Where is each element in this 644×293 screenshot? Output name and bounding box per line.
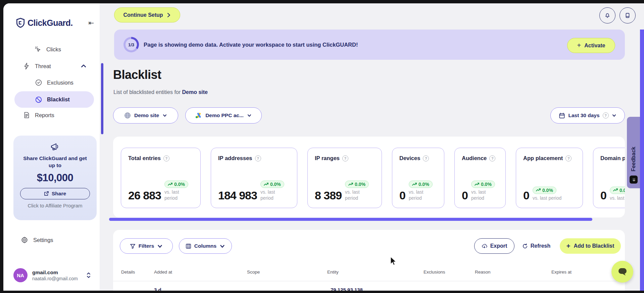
chevron-down-icon — [247, 113, 252, 118]
column-header-reason[interactable]: Reason — [475, 270, 491, 275]
add-to-blacklist-label: Add to Blacklist — [574, 243, 614, 249]
sidebar-item-reports[interactable]: Reports — [23, 108, 87, 122]
chevron-up-icon[interactable] — [81, 63, 87, 69]
trend-up-icon — [348, 183, 353, 186]
ppc-selector-value: Demo PPC ac... — [205, 112, 244, 118]
column-header-expires-at[interactable]: Expires at — [551, 270, 572, 275]
app-window: ClickGuard. ⇤ Clicks Threat Exclusions — [3, 3, 644, 291]
stat-card-ip-ranges: IP ranges? 8 389 0.0% vs. last period — [307, 148, 382, 208]
feedback-tab[interactable]: Feedback — [627, 117, 640, 188]
calendar-icon — [559, 112, 565, 119]
column-header-scope[interactable]: Scope — [247, 270, 260, 275]
cursor-click-icon — [34, 46, 42, 53]
sidebar-item-label: Threat — [35, 63, 51, 69]
table-row-entity: 79.125.93.138 — [331, 287, 363, 291]
stat-change: 0.0% — [174, 182, 185, 187]
activate-button[interactable]: + Activate — [567, 38, 615, 53]
stat-card-ip-addresses: IP addresses? 184 983 0.0% vs. last peri… — [211, 148, 297, 208]
help-icon[interactable]: ? — [565, 155, 572, 161]
account-switcher[interactable]: NA gmail.com naatali.ro@gmail.com — [13, 268, 94, 283]
filters-button[interactable]: Filters — [120, 238, 173, 254]
help-icon[interactable]: ? — [489, 155, 495, 161]
continue-setup-label: Continue Setup — [123, 12, 163, 18]
stat-value: 184 983 — [218, 190, 257, 201]
badge-check-icon — [35, 79, 42, 86]
feedback-widget-icon — [630, 176, 638, 184]
columns-label: Columns — [194, 243, 216, 249]
stat-value: 0 — [462, 190, 468, 201]
help-icon[interactable]: ? — [342, 155, 348, 161]
stat-caption: vs. last period — [471, 189, 492, 201]
sidebar-item-blacklist[interactable]: Blacklist — [14, 91, 94, 108]
export-label: Export — [490, 243, 507, 249]
column-header-details[interactable]: Details — [121, 270, 135, 275]
refresh-label: Refresh — [531, 243, 551, 249]
globe-icon — [124, 112, 131, 119]
stat-card-domain-placement: Domain placement? 0 0.0% vs. last period — [593, 148, 625, 208]
site-selector[interactable]: Demo site — [113, 107, 178, 124]
help-icon[interactable]: ? — [255, 155, 261, 161]
activate-label: Activate — [584, 43, 605, 49]
demo-data-banner: 1/3 Page is showing demo data. Activate … — [114, 30, 625, 60]
add-to-blacklist-button[interactable]: + Add to Blacklist — [560, 238, 621, 254]
date-range-selector[interactable]: Last 30 days ? — [550, 107, 625, 124]
notifications-button[interactable] — [599, 7, 615, 23]
trend-up-icon — [412, 183, 417, 186]
continue-setup-button[interactable]: Continue Setup — [114, 7, 180, 22]
refresh-button[interactable]: Refresh — [519, 238, 553, 254]
sidebar-collapse-icon[interactable]: ⇤ — [87, 18, 96, 28]
main-content: Continue Setup 1/3 Page is showing demo … — [100, 3, 644, 291]
column-header-entity[interactable]: Entity — [327, 270, 339, 275]
stat-card-audience: Audience? 0 0.0% vs. last period — [454, 148, 506, 208]
subtitle-site: Demo site — [182, 89, 208, 95]
column-header-exclusions[interactable]: Exclusions — [424, 270, 445, 275]
docs-button[interactable] — [620, 7, 636, 23]
chevron-down-icon — [219, 243, 225, 249]
page-subtitle: List of blacklisted entities for Demo si… — [113, 89, 208, 95]
stat-caption: vs. last period — [533, 195, 561, 201]
stat-card-total-entries: Total entries? 26 883 0.0% vs. last peri… — [121, 148, 201, 208]
stat-caption: vs. last period — [345, 189, 366, 201]
table-header-divider — [113, 281, 625, 281]
chat-launcher-button[interactable] — [611, 261, 633, 283]
sidebar-item-exclusions[interactable]: Exclusions — [35, 76, 92, 90]
stat-value: 0 — [600, 190, 606, 201]
filter-funnel-icon — [130, 243, 136, 249]
export-button[interactable]: Export — [474, 238, 514, 254]
affiliate-promo-card[interactable]: Share ClickGuard and get up to $10,000 S… — [13, 136, 97, 220]
stat-value: 0 — [523, 190, 529, 201]
stats-cards-row: Total entries? 26 883 0.0% vs. last peri… — [121, 148, 625, 208]
help-icon[interactable]: ? — [163, 155, 169, 161]
document-icon — [23, 111, 30, 119]
banner-message: Page is showing demo data. Activate your… — [144, 30, 358, 60]
lightning-icon — [23, 62, 30, 70]
trend-badge: 0.0% — [610, 187, 625, 194]
google-ads-icon — [195, 112, 202, 118]
stat-value: 8 389 — [315, 190, 342, 201]
sidebar-item-settings[interactable]: Settings — [21, 234, 85, 246]
book-icon — [624, 12, 631, 19]
chevron-up-down-icon — [86, 271, 91, 279]
sidebar-item-label: Reports — [35, 112, 54, 118]
help-icon[interactable]: ? — [423, 155, 429, 161]
column-header-added-at[interactable]: Added at — [154, 270, 172, 275]
promo-text: Share ClickGuard and get up to — [13, 155, 97, 169]
external-link-icon — [44, 191, 49, 196]
page-scrollbar[interactable] — [640, 30, 644, 291]
stat-change: 0.0% — [542, 188, 553, 193]
share-button[interactable]: Share — [20, 188, 90, 199]
stat-caption: vs. last period — [409, 189, 430, 201]
sidebar-item-clicks[interactable]: Clicks — [34, 42, 91, 56]
settings-label: Settings — [33, 237, 53, 243]
columns-button[interactable]: Columns — [179, 238, 232, 254]
trend-up-icon — [475, 183, 479, 186]
blacklist-table-panel: Filters Columns Export Refresh — [113, 230, 625, 291]
account-email: naatali.ro@gmail.com — [32, 276, 78, 281]
trend-badge: 0.0% — [471, 181, 495, 188]
stat-caption: vs. last period — [260, 189, 281, 201]
trend-badge: 0.0% — [260, 181, 284, 188]
chat-bubble-icon — [618, 267, 627, 276]
ppc-account-selector[interactable]: Demo PPC ac... — [185, 107, 262, 124]
affiliate-link[interactable]: Click to Affiliate Program — [13, 203, 97, 208]
cards-horizontal-scrollbar[interactable] — [109, 218, 592, 221]
